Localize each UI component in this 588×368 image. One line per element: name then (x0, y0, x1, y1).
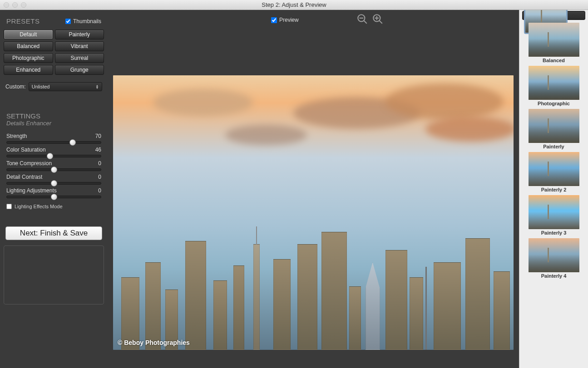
thumbnail-painterly-4[interactable]: Painterly 4 (522, 238, 585, 279)
thumbnail-painterly-2[interactable]: Painterly 2 (522, 152, 585, 192)
thumbnail-spire-icon (548, 118, 549, 133)
slider-value: 70 (95, 133, 101, 139)
settings-subtitle: Details Enhancer (6, 120, 101, 127)
lighting-effects-mode-input[interactable] (6, 204, 12, 209)
thumbnail-balanced[interactable]: Balanced (522, 23, 585, 63)
thumbnail-spire-icon (548, 248, 549, 262)
image-watermark: © Beboy Photographies (118, 339, 190, 346)
preview-checkbox[interactable]: Preview (271, 17, 299, 23)
slider-detail-contrast: Detail Contrast0 (6, 174, 101, 185)
lighting-effects-mode-label: Lighting Effects Mode (15, 204, 63, 209)
svg-line-4 (379, 20, 382, 24)
slider-label: Tone Compression (6, 160, 52, 167)
thumbnail-painterly[interactable]: Painterly (522, 109, 585, 149)
slider-value: 0 (98, 160, 101, 167)
thumbnail-image[interactable] (529, 66, 579, 100)
thumbnail-painterly-3[interactable]: Painterly 3 (522, 195, 585, 236)
thumbnails-checkbox-input[interactable] (65, 19, 71, 24)
preset-button-surreal[interactable]: Surreal (55, 53, 104, 63)
thumbnails-label: Thumbnails (73, 18, 101, 25)
thumbnail-city (529, 39, 579, 57)
preset-button-default[interactable]: Default (4, 29, 53, 39)
main-preview-area: Preview (108, 10, 519, 368)
thumbnail-city (529, 255, 579, 272)
thumbnail-city (529, 211, 579, 229)
thumbnail-city (529, 168, 579, 186)
thumbnail-image[interactable] (529, 109, 579, 143)
slider-track[interactable] (6, 141, 101, 144)
lighting-effects-mode-checkbox[interactable]: Lighting Effects Mode (6, 204, 101, 209)
settings-header: SETTINGS Details Enhancer (6, 112, 101, 127)
preset-thumbnails-panel[interactable]: DefaultBalancedPhotographicPainterlyPain… (519, 10, 588, 368)
slider-thumb[interactable] (51, 194, 57, 200)
thumbnail-image[interactable] (529, 23, 579, 57)
preview-toolbar: Preview (108, 10, 519, 30)
custom-label: Custom: (5, 83, 26, 90)
thumbnails-checkbox[interactable]: Thumbnails (65, 18, 101, 25)
thumbnail-default[interactable]: Default (522, 11, 585, 20)
thumbnail-label: Balanced (522, 58, 585, 63)
slider-label: Color Saturation (6, 147, 46, 153)
sidebar: PRESETS Thumbnails DefaultPainterlyBalan… (0, 10, 108, 368)
slider-track[interactable] (6, 168, 101, 171)
preset-grid: DefaultPainterlyBalancedVibrantPhotograp… (4, 29, 104, 75)
slider-thumb[interactable] (51, 167, 57, 173)
thumbnail-label: Painterly 3 (522, 230, 585, 236)
cloud-icon (425, 117, 514, 142)
presets-heading: PRESETS (6, 17, 40, 25)
slider-value: 0 (98, 187, 101, 194)
thumbnail-label: Default (566, 13, 583, 19)
thumbnail-spire-icon (548, 75, 549, 90)
preset-button-vibrant[interactable]: Vibrant (55, 41, 104, 51)
custom-preset-value: Unlisted (32, 84, 50, 89)
slider-value: 0 (98, 174, 101, 180)
slider-strength: Strength70 (6, 133, 101, 144)
thumbnail-label: Painterly 4 (522, 273, 585, 279)
preview-checkbox-input[interactable] (271, 17, 277, 23)
thumbnail-spire-icon (548, 32, 549, 47)
thumbnail-city (529, 125, 579, 143)
thumbnail-spire-icon (548, 162, 549, 176)
thumbnail-label: Photographic (522, 101, 585, 106)
slider-color-saturation: Color Saturation46 (6, 147, 101, 157)
preset-button-enhanced[interactable]: Enhanced (4, 65, 53, 75)
settings-heading: SETTINGS (6, 112, 101, 120)
preset-button-grunge[interactable]: Grunge (55, 65, 104, 75)
custom-preset-select[interactable]: Unlisted ▲▼ (29, 82, 102, 91)
thumbnail-spire-icon (541, 10, 542, 22)
slider-value: 46 (95, 147, 101, 153)
slider-thumb[interactable] (47, 153, 53, 159)
slider-label: Strength (6, 133, 27, 139)
zoom-out-icon[interactable] (356, 13, 368, 27)
slider-thumb[interactable] (69, 139, 76, 146)
slider-tone-compression: Tone Compression0 (6, 160, 101, 171)
custom-preset-row: Custom: Unlisted ▲▼ (5, 82, 102, 91)
select-arrows-icon: ▲▼ (94, 84, 100, 89)
cloud-icon (385, 83, 504, 120)
thumbnail-label: Painterly 2 (522, 187, 585, 192)
next-finish-save-button[interactable]: Next: Finish & Save (5, 226, 102, 240)
thumbnail-label: Painterly (522, 144, 585, 149)
slider-thumb[interactable] (51, 180, 57, 186)
preview-skyline (113, 199, 514, 350)
preview-image[interactable]: © Beboy Photographies (113, 75, 514, 350)
slider-track[interactable] (6, 196, 101, 198)
presets-header: PRESETS Thumbnails (6, 17, 101, 25)
preset-button-photographic[interactable]: Photographic (4, 53, 53, 63)
thumbnail-image[interactable] (529, 152, 579, 186)
svg-line-1 (364, 20, 367, 24)
thumbnail-image[interactable] (529, 238, 579, 272)
preset-button-balanced[interactable]: Balanced (4, 41, 53, 51)
empire-state-building-icon (253, 244, 260, 350)
preset-button-painterly[interactable]: Painterly (55, 29, 104, 39)
slider-lighting-adjustments: Lighting Adjustments0 (6, 187, 101, 198)
zoom-in-icon[interactable] (372, 13, 384, 27)
slider-track[interactable] (6, 155, 101, 157)
thumbnail-photographic[interactable]: Photographic (522, 66, 585, 106)
window-titlebar: Step 2: Adjust & Preview (0, 0, 588, 10)
window-title: Step 2: Adjust & Preview (0, 1, 588, 8)
thumbnail-image[interactable] (529, 195, 579, 229)
slider-label: Detail Contrast (6, 174, 42, 180)
slider-track[interactable] (6, 182, 101, 185)
slider-label: Lighting Adjustments (6, 187, 57, 194)
